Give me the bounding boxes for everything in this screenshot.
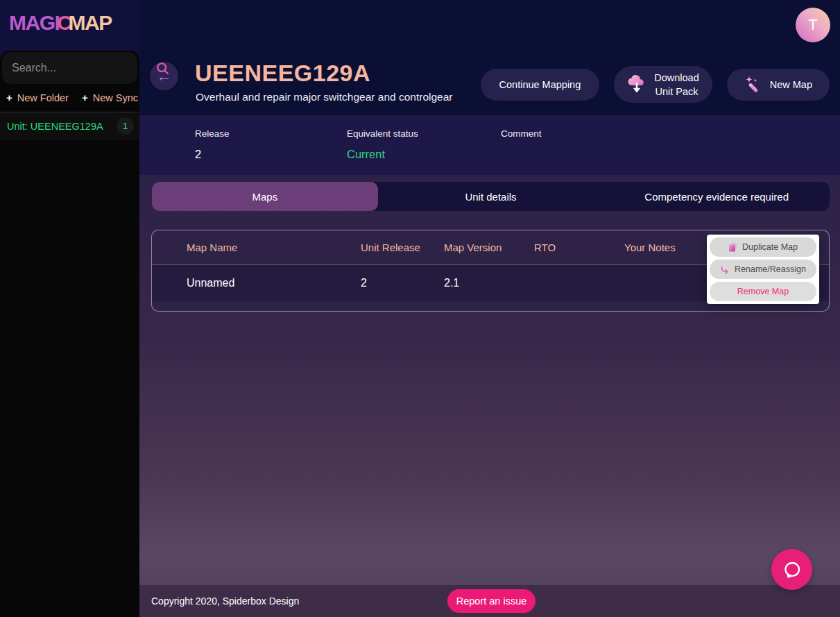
search-input[interactable]	[12, 62, 155, 74]
field-equivalent-status-label: Equivalent status	[347, 128, 418, 139]
tab-bar: Maps Unit details Competency evidence re…	[152, 182, 830, 211]
map-context-menu: Duplicate Map Rename/Reassign Remove Map	[707, 235, 819, 304]
header-buttons: Continue Mapping Download	[481, 66, 830, 103]
chat-bubble-icon	[781, 559, 803, 581]
rename-icon	[720, 265, 730, 274]
report-issue-label: Report an issue	[456, 595, 527, 607]
tab-competency-evidence[interactable]: Competency evidence required	[603, 182, 830, 211]
app-logo[interactable]: MAGICMAP	[9, 11, 112, 35]
download-label-line2: Unit Pack	[655, 86, 698, 97]
sidebar: MAGICMAP +New Folder +New Sync Unit: UEE…	[0, 0, 139, 617]
remove-map-label: Remove Map	[737, 287, 789, 296]
sidebar-panel: +New Folder +New Sync Unit: UEENEEG129A …	[0, 51, 139, 617]
page-header: T ← UEENEEG129A Overhaul and repair majo…	[139, 0, 840, 175]
report-issue-button[interactable]: Report an issue	[447, 589, 535, 613]
cloud-download-icon	[627, 74, 646, 95]
download-label: Download Unit Pack	[654, 71, 699, 99]
page-subtitle: Overhaul and repair major switchgear and…	[196, 91, 452, 103]
tab-maps-label: Maps	[252, 191, 277, 203]
plus-icon: +	[82, 92, 88, 103]
remove-map-button[interactable]: Remove Map	[710, 282, 816, 301]
tab-unit-details-label: Unit details	[465, 191, 516, 203]
download-label-line1: Download	[654, 72, 699, 83]
unit-count-badge: 1	[117, 117, 134, 135]
page-title: UEENEEG129A	[195, 60, 370, 87]
rename-reassign-label: Rename/Reassign	[735, 264, 806, 274]
download-unit-pack-button[interactable]: Download Unit Pack	[614, 66, 712, 103]
logo-part-map: MAP	[69, 11, 112, 34]
continue-mapping-label: Continue Mapping	[499, 79, 581, 90]
main-area: T ← UEENEEG129A Overhaul and repair majo…	[139, 0, 840, 617]
search-icon[interactable]	[155, 61, 170, 76]
unit-details-strip	[139, 115, 840, 175]
logo-part-magic: MAGI	[9, 11, 59, 34]
new-map-label: New Map	[770, 79, 812, 90]
chat-support-button[interactable]	[771, 549, 812, 590]
avatar[interactable]: T	[796, 8, 830, 42]
field-release: Release 2	[195, 128, 230, 161]
field-comment: Comment	[501, 128, 542, 148]
cell-map-version: 2.1	[444, 277, 534, 289]
search-box[interactable]	[2, 52, 137, 84]
column-header-map-name: Map Name	[187, 242, 361, 253]
new-folder-button[interactable]: +New Folder	[6, 92, 69, 103]
magic-wand-icon	[744, 76, 762, 94]
duplicate-icon	[728, 242, 737, 252]
column-header-unit-release: Unit Release	[361, 242, 444, 253]
unit-item-label: Unit: UEENEEG129A	[7, 121, 117, 132]
duplicate-map-button[interactable]: Duplicate Map	[710, 237, 816, 257]
field-release-value: 2	[195, 148, 230, 161]
sidebar-actions: +New Folder +New Sync	[0, 84, 139, 112]
new-map-button[interactable]: New Map	[727, 69, 830, 101]
tab-maps[interactable]: Maps	[152, 182, 378, 211]
field-equivalent-status: Equivalent status Current	[347, 128, 418, 161]
footer: Copyright 2020, Spiderbox Design Report …	[139, 585, 840, 617]
new-sync-button[interactable]: +New Sync	[82, 92, 138, 103]
rename-reassign-button[interactable]: Rename/Reassign	[710, 260, 816, 279]
new-sync-label: New Sync	[93, 92, 138, 103]
tab-competency-evidence-label: Competency evidence required	[644, 191, 789, 203]
field-comment-label: Comment	[501, 128, 542, 139]
duplicate-map-label: Duplicate Map	[742, 242, 798, 252]
copyright-text: Copyright 2020, Spiderbox Design	[151, 595, 299, 607]
column-header-map-version: Map Version	[444, 242, 534, 253]
plus-icon: +	[6, 92, 12, 103]
cell-unit-release: 2	[361, 277, 444, 289]
field-release-label: Release	[195, 128, 230, 139]
tab-unit-details[interactable]: Unit details	[378, 182, 604, 211]
column-header-rto: RTO	[534, 242, 624, 253]
cell-map-name: Unnamed	[187, 277, 361, 289]
content-area: Maps Unit details Competency evidence re…	[139, 175, 840, 585]
field-equivalent-status-value: Current	[347, 148, 418, 161]
continue-mapping-button[interactable]: Continue Mapping	[481, 69, 600, 101]
avatar-initial: T	[808, 16, 817, 34]
sidebar-item-unit[interactable]: Unit: UEENEEG129A 1	[0, 112, 139, 140]
new-folder-label: New Folder	[17, 92, 69, 103]
